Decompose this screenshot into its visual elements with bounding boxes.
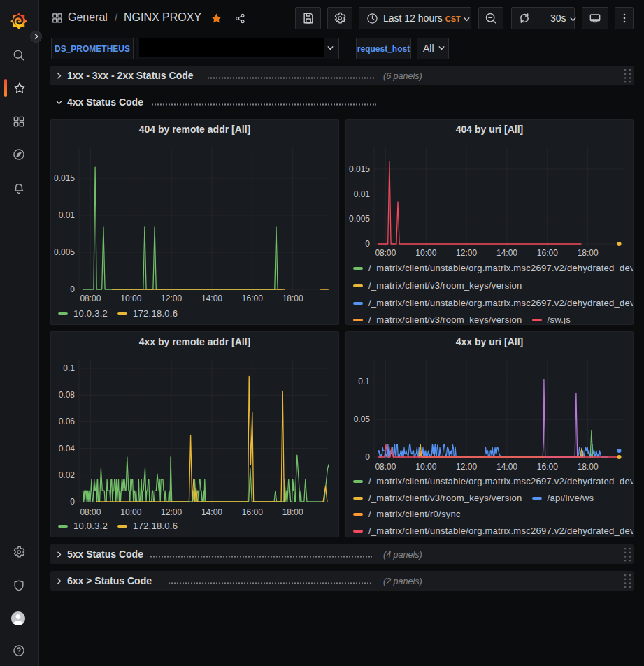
svg-text:16:00: 16:00 bbox=[242, 507, 263, 517]
svg-text:14:00: 14:00 bbox=[496, 462, 517, 472]
svg-text:0.015: 0.015 bbox=[349, 164, 370, 174]
svg-text:08:00: 08:00 bbox=[375, 462, 396, 472]
svg-text:14:00: 14:00 bbox=[201, 507, 222, 517]
svg-text:0.01: 0.01 bbox=[354, 189, 371, 199]
svg-text:18:00: 18:00 bbox=[578, 462, 599, 472]
svg-text:12:00: 12:00 bbox=[456, 248, 477, 258]
svg-text:0.02: 0.02 bbox=[59, 470, 76, 480]
svg-text:0.05: 0.05 bbox=[354, 414, 371, 424]
svg-text:0.015: 0.015 bbox=[54, 173, 75, 183]
svg-text:0.06: 0.06 bbox=[59, 417, 76, 426]
svg-text:08:00: 08:00 bbox=[375, 248, 396, 258]
svg-text:16:00: 16:00 bbox=[537, 462, 558, 472]
svg-text:14:00: 14:00 bbox=[201, 294, 222, 303]
svg-text:0.1: 0.1 bbox=[63, 363, 75, 373]
svg-text:18:00: 18:00 bbox=[282, 507, 303, 517]
svg-text:0.005: 0.005 bbox=[54, 247, 75, 257]
svg-text:12:00: 12:00 bbox=[456, 462, 477, 472]
svg-text:16:00: 16:00 bbox=[537, 248, 558, 258]
svg-text:18:00: 18:00 bbox=[578, 248, 599, 258]
svg-text:08:00: 08:00 bbox=[80, 294, 101, 303]
svg-text:12:00: 12:00 bbox=[161, 294, 182, 303]
svg-text:10:00: 10:00 bbox=[120, 294, 141, 303]
svg-text:0: 0 bbox=[365, 239, 370, 249]
svg-text:0.08: 0.08 bbox=[59, 390, 76, 400]
svg-text:0.005: 0.005 bbox=[349, 214, 370, 224]
svg-text:14:00: 14:00 bbox=[496, 248, 517, 258]
svg-text:08:00: 08:00 bbox=[80, 507, 101, 517]
svg-text:10:00: 10:00 bbox=[415, 248, 436, 258]
svg-text:0.01: 0.01 bbox=[59, 210, 76, 220]
svg-text:10:00: 10:00 bbox=[415, 462, 436, 472]
svg-text:16:00: 16:00 bbox=[242, 294, 263, 303]
svg-text:0: 0 bbox=[70, 497, 75, 507]
svg-text:0.04: 0.04 bbox=[59, 444, 76, 454]
svg-text:18:00: 18:00 bbox=[282, 294, 303, 303]
svg-text:10:00: 10:00 bbox=[120, 507, 141, 517]
svg-text:0: 0 bbox=[365, 452, 370, 462]
svg-text:0.1: 0.1 bbox=[358, 377, 370, 386]
svg-text:12:00: 12:00 bbox=[161, 507, 182, 517]
svg-text:0: 0 bbox=[70, 284, 75, 294]
